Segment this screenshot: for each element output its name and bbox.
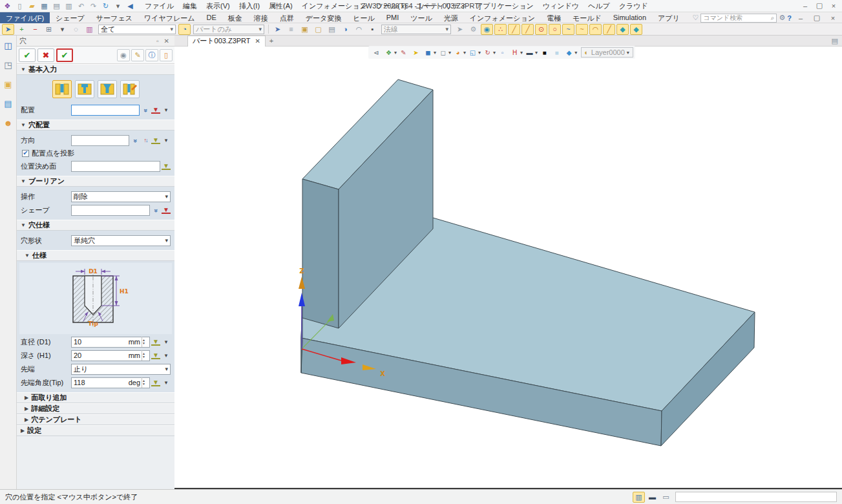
diameter-spinner[interactable]: ▲▼	[142, 337, 147, 347]
dropdown-caret-icon[interactable]: ▾	[463, 50, 466, 56]
new-tab-button[interactable]: +	[266, 37, 277, 45]
curve-loop-icon[interactable]: ◠	[353, 24, 365, 35]
filter-bars-icon[interactable]: ▥	[83, 24, 96, 35]
minimize-button[interactable]: –	[798, 0, 812, 11]
ribbon-tab[interactable]: データ変換	[300, 12, 348, 23]
color-black-icon[interactable]: ■	[539, 47, 550, 58]
tip-angle-pick-icon[interactable]: ▼	[151, 379, 160, 386]
project-points-checkbox[interactable]: ✔	[22, 150, 29, 157]
menu-item[interactable]: アプリケーション	[471, 0, 538, 12]
undo-icon[interactable]: ↶	[76, 1, 87, 11]
part-3d-view[interactable]: Z X	[174, 47, 842, 489]
regen-icon[interactable]: ↻	[100, 1, 111, 11]
depth-input[interactable]: 20 mm ▲▼	[71, 350, 150, 361]
doc-page-icon[interactable]: ▯	[160, 49, 173, 61]
tip-angle-caret-icon[interactable]: ▾	[162, 377, 171, 388]
center-snap-icon[interactable]: ⊙	[535, 24, 547, 35]
section-spec[interactable]: ▼仕様	[17, 250, 174, 261]
ribbon-tab[interactable]: 溶接	[248, 12, 274, 23]
gear-cursor-icon[interactable]: ⚙	[467, 24, 479, 35]
menu-item[interactable]: ファイル	[140, 0, 178, 12]
document-tab-active[interactable]: パート003.Z3PRT ✕	[187, 36, 266, 47]
countersink-hole-button[interactable]	[98, 80, 117, 98]
remove-select-icon[interactable]: −	[29, 24, 41, 35]
qat-dropdown-icon[interactable]: ▾	[112, 1, 123, 11]
ribbon-tab[interactable]: 電極	[541, 12, 567, 23]
folder-icon[interactable]: ▢	[312, 24, 324, 35]
line-snap-icon[interactable]: ╱	[508, 24, 520, 35]
optional-pick-icon[interactable]: ▼	[151, 136, 160, 144]
app-logo-icon[interactable]: ❖	[2, 1, 13, 11]
panel-close-icon[interactable]: ✕	[162, 37, 172, 45]
face-style-icon[interactable]: ◆	[563, 47, 574, 58]
preview-eye-icon[interactable]: ◉	[117, 49, 130, 61]
pick-filter-select[interactable]: 全て▾	[98, 25, 176, 34]
face-snap-icon[interactable]: ◆	[616, 24, 629, 35]
menu-item[interactable]: 表示(V)	[202, 0, 235, 12]
dropdown-caret-icon[interactable]: ▾	[434, 50, 436, 56]
tip-angle-input[interactable]: 118 deg ▲▼	[71, 377, 150, 388]
simple-hole-button[interactable]	[52, 80, 72, 98]
section-hole-spec[interactable]: ▼穴仕様	[17, 220, 174, 231]
diameter-pick-icon[interactable]: ▼	[151, 338, 160, 346]
new-file-icon[interactable]: ▯	[14, 1, 25, 11]
menu-item[interactable]: ユーティリティ	[411, 0, 471, 12]
dropdown-caret-icon[interactable]: ▾	[493, 50, 496, 56]
section-sphere-icon[interactable]: ◕	[452, 47, 463, 58]
ribbon-tab[interactable]: ヒール	[347, 12, 381, 23]
restore-button[interactable]: ▢	[812, 0, 826, 11]
graphics-viewport[interactable]: パート003.Z3PRT ✕ + ▤	[174, 36, 842, 489]
image-export-icon[interactable]: ▤	[326, 24, 338, 35]
section-settings[interactable]: ▶設定	[17, 425, 174, 436]
tip-angle-spinner[interactable]: ▲▼	[142, 377, 147, 388]
color-lightblue-icon[interactable]: ■	[551, 47, 562, 58]
erase-blank-icon[interactable]: ✎	[398, 47, 409, 58]
section-hole-placement[interactable]: ▼穴配置	[17, 120, 174, 131]
review-user-icon[interactable]: ☻	[0, 113, 16, 132]
shape-pick-icon[interactable]: ▼	[162, 206, 171, 214]
point-snap-icon[interactable]: ∴	[494, 24, 507, 35]
pick-cursor-icon[interactable]: ➤	[454, 24, 466, 35]
history-regen-icon[interactable]: ◔	[178, 24, 191, 35]
apply-button[interactable]: ✔	[56, 48, 73, 62]
close-button[interactable]: ×	[826, 0, 841, 11]
open-folder-icon[interactable]: ▰	[26, 1, 37, 11]
cancel-button[interactable]: ✖	[37, 48, 54, 62]
menu-item[interactable]: クラウド	[615, 0, 653, 12]
doc-minimize-button[interactable]: –	[794, 13, 808, 23]
status-input-field[interactable]	[675, 492, 837, 502]
filter-run-icon[interactable]: ◉	[481, 24, 493, 35]
ribbon-tab[interactable]: ツール	[405, 12, 438, 23]
menu-item[interactable]: ツール(T)	[372, 0, 412, 12]
section-advanced[interactable]: ▶詳細設定	[17, 403, 174, 414]
required-pick-icon[interactable]: ▼	[151, 106, 160, 114]
redo-icon[interactable]: ↷	[88, 1, 99, 11]
ribbon-tab[interactable]: インフォメーション	[464, 12, 541, 23]
placement-options-caret-icon[interactable]: ▾	[162, 105, 171, 115]
dropdown-caret-icon[interactable]: ▾	[478, 50, 481, 56]
wall-front-face[interactable]	[302, 179, 339, 328]
section-basic-input[interactable]: ▼基本入力	[17, 64, 174, 75]
exit-icon[interactable]: ⊲	[371, 47, 382, 58]
tab-close-icon[interactable]: ✕	[255, 37, 260, 45]
segment-snap-icon[interactable]: ╱	[521, 24, 534, 35]
pan-hand-icon[interactable]: ❖	[383, 47, 394, 58]
help-icon[interactable]: ?	[787, 14, 792, 22]
info-icon[interactable]: ⓘ	[145, 49, 158, 61]
counterbore-hole-button[interactable]	[75, 80, 94, 98]
scope-select[interactable]: パートのみ▾	[193, 25, 264, 34]
zoom-window-icon[interactable]: ◱	[467, 47, 478, 58]
show-manager-icon[interactable]: ▥	[633, 492, 645, 503]
ribbon-tab[interactable]: ワイヤフレーム	[138, 12, 201, 23]
monitor-icon[interactable]: ▬	[646, 492, 658, 503]
datum-frame-icon[interactable]: ◳	[0, 55, 16, 74]
dropdown-caret-icon[interactable]: ▾	[574, 50, 577, 56]
section-h-icon[interactable]: H	[509, 47, 520, 58]
ribbon-tab[interactable]: DE	[200, 12, 222, 23]
gear-icon[interactable]: ⚙	[779, 14, 785, 22]
doc-close-button[interactable]: ×	[826, 13, 840, 23]
operation-select[interactable]: 削除▾	[71, 191, 171, 202]
ribbon-tab[interactable]: モールド	[567, 12, 607, 23]
list-manager-icon[interactable]: ≡	[285, 24, 297, 35]
panel-pin-icon[interactable]: ▫	[154, 37, 162, 45]
